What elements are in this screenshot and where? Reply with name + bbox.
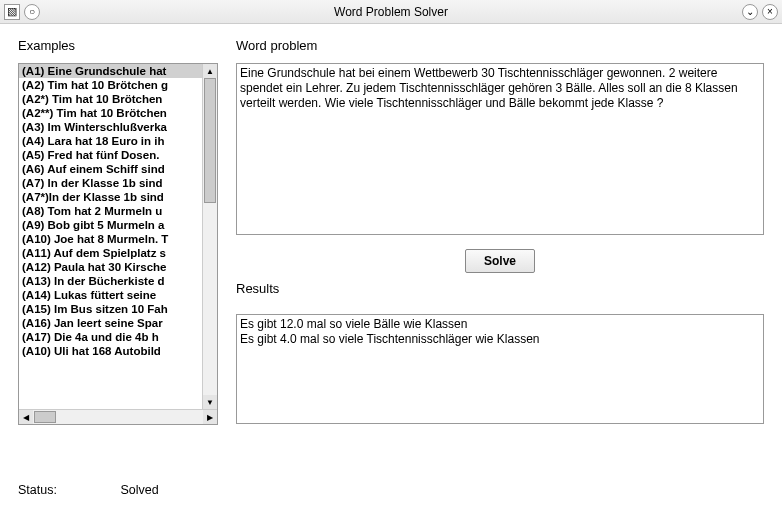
status-bar: Status: Solved xyxy=(0,479,782,497)
example-item[interactable]: (A8) Tom hat 2 Murmeln u xyxy=(19,204,217,218)
example-item[interactable]: (A3) Im Winterschlußverka xyxy=(19,120,217,134)
example-item[interactable]: (A6) Auf einem Schiff sind xyxy=(19,162,217,176)
examples-horizontal-scrollbar[interactable]: ◀ ▶ xyxy=(19,409,217,424)
minimize-button[interactable]: ⌄ xyxy=(742,4,758,20)
window-title: Word Problem Solver xyxy=(40,5,742,19)
scroll-horizontal-thumb[interactable] xyxy=(34,411,56,423)
close-button[interactable]: × xyxy=(762,4,778,20)
results-label: Results xyxy=(236,281,764,296)
example-item[interactable]: (A11) Auf dem Spielplatz s xyxy=(19,246,217,260)
word-problem-textarea[interactable]: Eine Grundschule hat bei einem Wettbewer… xyxy=(236,63,764,235)
right-column: Word problem Eine Grundschule hat bei ei… xyxy=(236,38,764,471)
scroll-vertical-thumb[interactable] xyxy=(204,78,216,203)
scroll-left-arrow-icon[interactable]: ◀ xyxy=(19,410,33,424)
results-textarea[interactable]: Es gibt 12.0 mal so viele Bälle wie Klas… xyxy=(236,314,764,424)
example-item[interactable]: (A15) Im Bus sitzen 10 Fah xyxy=(19,302,217,316)
examples-label: Examples xyxy=(18,38,218,53)
scroll-right-arrow-icon[interactable]: ▶ xyxy=(203,410,217,424)
example-item[interactable]: (A13) In der Bücherkiste d xyxy=(19,274,217,288)
examples-vertical-scrollbar[interactable]: ▲ ▼ xyxy=(202,64,217,409)
example-item[interactable]: (A10) Joe hat 8 Murmeln. T xyxy=(19,232,217,246)
example-item[interactable]: (A7) In der Klasse 1b sind xyxy=(19,176,217,190)
example-item[interactable]: (A12) Paula hat 30 Kirsche xyxy=(19,260,217,274)
examples-listbox[interactable]: (A1) Eine Grundschule hat(A2) Tim hat 10… xyxy=(18,63,218,425)
example-item[interactable]: (A2) Tim hat 10 Brötchen g xyxy=(19,78,217,92)
example-item[interactable]: (A2**) Tim hat 10 Brötchen xyxy=(19,106,217,120)
app-icon: ▧ xyxy=(4,4,20,20)
main-content: Examples (A1) Eine Grundschule hat(A2) T… xyxy=(0,24,782,479)
example-item[interactable]: (A4) Lara hat 18 Euro in ih xyxy=(19,134,217,148)
left-column: Examples (A1) Eine Grundschule hat(A2) T… xyxy=(18,38,218,471)
example-item[interactable]: (A9) Bob gibt 5 Murmeln a xyxy=(19,218,217,232)
example-item[interactable]: (A16) Jan leert seine Spar xyxy=(19,316,217,330)
example-item[interactable]: (A14) Lukas füttert seine xyxy=(19,288,217,302)
titlebar-button-left[interactable]: ○ xyxy=(24,4,40,20)
example-item[interactable]: (A5) Fred hat fünf Dosen. xyxy=(19,148,217,162)
word-problem-label: Word problem xyxy=(236,38,764,53)
scroll-up-arrow-icon[interactable]: ▲ xyxy=(203,64,217,78)
status-value: Solved xyxy=(120,483,158,497)
example-item[interactable]: (A1) Eine Grundschule hat xyxy=(19,64,217,78)
example-item[interactable]: (A7*)In der Klasse 1b sind xyxy=(19,190,217,204)
solve-button[interactable]: Solve xyxy=(465,249,535,273)
example-item[interactable]: (A17) Die 4a und die 4b h xyxy=(19,330,217,344)
status-label: Status: xyxy=(18,483,57,497)
scroll-down-arrow-icon[interactable]: ▼ xyxy=(203,395,217,409)
example-item[interactable]: (A10) Uli hat 168 Autobild xyxy=(19,344,217,358)
window-titlebar: ▧ ○ Word Problem Solver ⌄ × xyxy=(0,0,782,24)
example-item[interactable]: (A2*) Tim hat 10 Brötchen xyxy=(19,92,217,106)
examples-list[interactable]: (A1) Eine Grundschule hat(A2) Tim hat 10… xyxy=(19,64,217,409)
